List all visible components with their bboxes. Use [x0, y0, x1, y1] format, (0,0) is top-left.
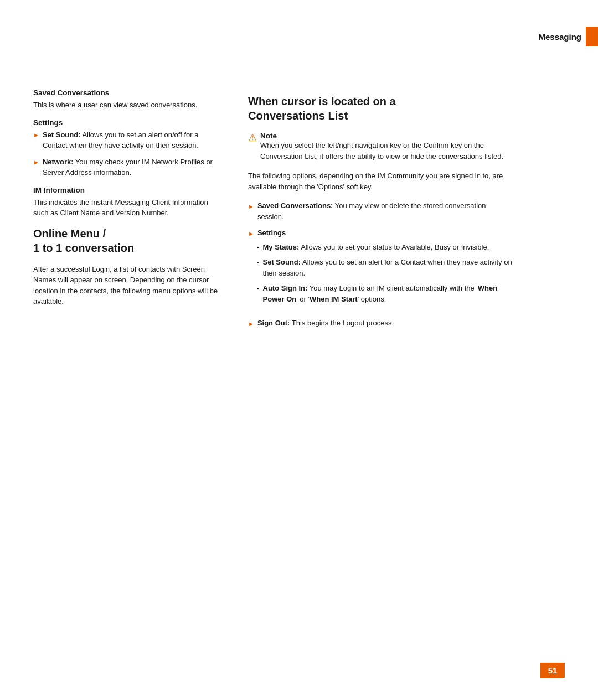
settings-sub-list: • My Status: Allows you to set your stat…: [248, 242, 514, 309]
settings-heading: Settings: [33, 118, 221, 127]
saved-conversations-body: This is where a user can view saved conv…: [33, 100, 221, 111]
arrow-icon-2: ►: [33, 158, 39, 167]
right-column: When cursor is located on a Conversation…: [248, 89, 514, 336]
arrow-icon-sign-out: ►: [248, 319, 254, 329]
sub-auto-sign-in-text: Auto Sign In: You may Login to an IM cli…: [263, 283, 514, 304]
settings-list: ► Set Sound: Allows you to set an alert …: [33, 129, 221, 178]
page-container: Messaging Saved Conversations This is wh…: [0, 0, 598, 700]
sub-set-sound: • Set Sound: Allows you to set an alert …: [257, 257, 514, 278]
right-saved-conversations-text: Saved Conversations: You may view or del…: [257, 200, 514, 222]
im-information-heading: IM Information: [33, 186, 221, 194]
sub-my-status: • My Status: Allows you to set your stat…: [257, 242, 514, 253]
settings-set-sound-text: Set Sound: Allows you to set an alert on…: [43, 129, 221, 151]
right-sign-out-text: Sign Out: This begins the Logout process…: [257, 318, 514, 329]
right-saved-conversations-item: ► Saved Conversations: You may view or d…: [248, 200, 514, 222]
header-bar: Messaging: [538, 27, 598, 46]
online-menu-section: Online Menu / 1 to 1 conversation After …: [33, 226, 221, 307]
right-settings-item: ► Settings • My Status: Allows you to se…: [248, 227, 514, 312]
right-bullet-list: ► Saved Conversations: You may view or d…: [248, 200, 514, 329]
im-information-section: IM Information This indicates the Instan…: [33, 186, 221, 219]
dot-icon-2: •: [257, 258, 259, 267]
dot-icon-1: •: [257, 243, 259, 252]
sub-my-status-text: My Status: Allows you to set your status…: [263, 242, 489, 253]
page-number: 51: [540, 663, 565, 678]
note-box: ⚠ Note When you select the left/right na…: [248, 132, 514, 162]
sub-set-sound-text: Set Sound: Allows you to set an alert fo…: [263, 257, 514, 278]
online-menu-heading: Online Menu / 1 to 1 conversation: [33, 226, 221, 255]
note-text: When you select the left/right navigatio…: [260, 140, 514, 162]
online-menu-body: After a successful Login, a list of cont…: [33, 264, 221, 307]
saved-conversations-heading: Saved Conversations: [33, 89, 221, 97]
header-title: Messaging: [538, 32, 586, 42]
content-area: Saved Conversations This is where a user…: [0, 89, 598, 336]
arrow-icon: ►: [33, 131, 39, 140]
note-label: Note: [260, 132, 277, 140]
right-intro-text: The following options, depending on the …: [248, 170, 514, 193]
sub-auto-sign-in: • Auto Sign In: You may Login to an IM c…: [257, 283, 514, 304]
right-settings-label: Settings: [257, 227, 286, 238]
arrow-icon-settings: ►: [248, 229, 254, 238]
im-information-body: This indicates the Instant Messaging Cli…: [33, 197, 221, 219]
saved-conversations-section: Saved Conversations This is where a user…: [33, 89, 221, 111]
settings-section: Settings ► Set Sound: Allows you to set …: [33, 118, 221, 178]
dot-icon-3: •: [257, 284, 259, 293]
right-sign-out-item: ► Sign Out: This begins the Logout proce…: [248, 318, 514, 329]
settings-item-network: ► Network: You may check your IM Network…: [33, 157, 221, 178]
header-accent: [586, 27, 598, 46]
right-main-heading: When cursor is located on a Conversation…: [248, 94, 514, 123]
note-icon: ⚠: [248, 132, 257, 144]
note-content-block: Note When you select the left/right navi…: [260, 132, 514, 162]
arrow-icon-saved: ►: [248, 202, 254, 211]
settings-network-text: Network: You may check your IM Network P…: [43, 157, 221, 178]
left-column: Saved Conversations This is where a user…: [33, 89, 221, 336]
settings-item-set-sound: ► Set Sound: Allows you to set an alert …: [33, 129, 221, 151]
